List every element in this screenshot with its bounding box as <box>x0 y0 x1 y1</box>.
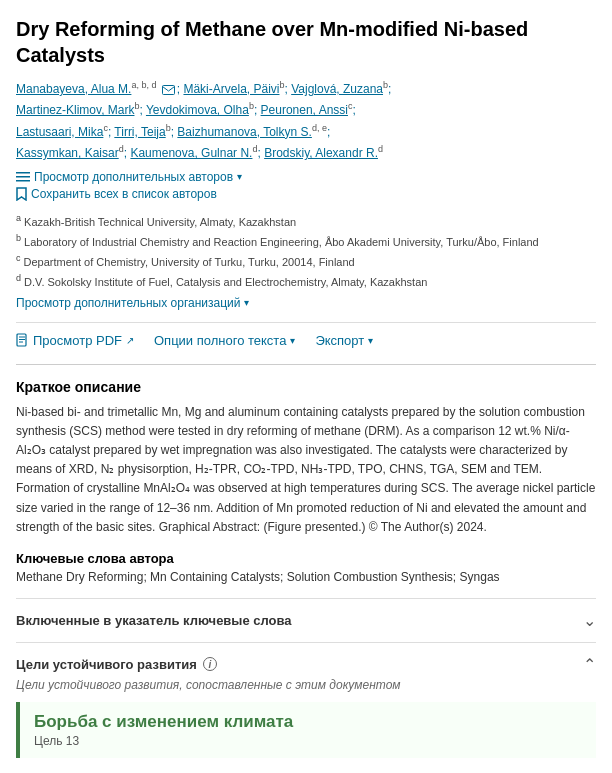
sdg-card-title: Борьба с изменением климата <box>34 712 582 732</box>
svg-rect-3 <box>16 180 30 182</box>
pdf-button[interactable]: Просмотр PDF ↗ <box>16 333 134 348</box>
chevron-down-icon: ▾ <box>244 297 249 308</box>
abstract-title: Краткое описание <box>16 379 596 395</box>
list-icon <box>16 171 30 183</box>
author-lastusaari[interactable]: Lastusaari, Mika <box>16 125 103 139</box>
page-title: Dry Reforming of Methane over Mn-modifie… <box>16 16 596 68</box>
keywords-section: Ключевые слова автора Methane Dry Reform… <box>16 551 596 584</box>
chevron-down-icon: ▾ <box>368 335 373 346</box>
author-manabayeva[interactable]: Manabayeva, Alua M. <box>16 82 131 96</box>
divider-1 <box>16 322 596 323</box>
svg-rect-1 <box>16 172 30 174</box>
chevron-down-icon: ▾ <box>290 335 295 346</box>
abstract-text: Ni-based bi- and trimetallic Mn, Mg and … <box>16 403 596 537</box>
sdg-title-row: Цели устойчивого развития i <box>16 657 217 672</box>
affiliations-list: a Kazakh-British Technical University, A… <box>16 211 596 292</box>
sdg-section: Цели устойчивого развития i ⌃ Цели устой… <box>16 642 596 758</box>
external-link-icon: ↗ <box>126 335 134 346</box>
author-baizhumanova[interactable]: Baizhumanova, Tolkyn S. <box>177 125 312 139</box>
author-vajglova[interactable]: Vajglová, Zuzana <box>291 82 383 96</box>
author-brodskiy[interactable]: Brodskiy, Alexandr R. <box>264 146 378 160</box>
export-button[interactable]: Экспорт ▾ <box>315 333 373 348</box>
authors-list: Manabayeva, Alua M.a, b, d ; Mäki-Arvela… <box>16 78 596 164</box>
sdg-header[interactable]: Цели устойчивого развития i ⌃ <box>16 655 596 674</box>
full-text-button[interactable]: Опции полного текста ▾ <box>154 333 295 348</box>
chevron-down-icon: ⌄ <box>583 611 596 630</box>
action-bar: Просмотр PDF ↗ Опции полного текста ▾ Эк… <box>16 333 596 348</box>
bookmark-icon <box>16 187 27 201</box>
sdg-title: Цели устойчивого развития <box>16 657 197 672</box>
author-maki[interactable]: Mäki-Arvela, Päivi <box>183 82 279 96</box>
svg-rect-2 <box>16 176 30 178</box>
sdg-subtitle: Цели устойчивого развития, сопоставленны… <box>16 678 596 692</box>
author-martinez[interactable]: Martinez-Klimov, Mark <box>16 103 134 117</box>
info-icon[interactable]: i <box>203 657 217 671</box>
svg-rect-0 <box>162 85 174 94</box>
email-icon <box>162 85 175 95</box>
more-authors-button[interactable]: Просмотр дополнительных авторов ▾ <box>16 170 596 184</box>
keywords-text: Methane Dry Reforming; Mn Containing Cat… <box>16 570 596 584</box>
divider-2 <box>16 364 596 365</box>
author-kaumenova[interactable]: Kaumenova, Gulnar N. <box>130 146 252 160</box>
pdf-icon <box>16 333 29 347</box>
indexed-keywords-title: Включенные в указатель ключевые слова <box>16 613 292 628</box>
keywords-title: Ключевые слова автора <box>16 551 596 566</box>
sdg-card: Борьба с изменением климата Цель 13 <box>16 702 596 758</box>
author-kassymkan[interactable]: Kassymkan, Kaisar <box>16 146 119 160</box>
chevron-up-icon: ⌃ <box>583 655 596 674</box>
author-yevdokimova[interactable]: Yevdokimova, Olha <box>146 103 249 117</box>
indexed-keywords-section[interactable]: Включенные в указатель ключевые слова ⌄ <box>16 598 596 642</box>
save-authors-button[interactable]: Сохранить всех в список авторов <box>16 187 596 201</box>
view-orgs-button[interactable]: Просмотр дополнительных организаций ▾ <box>16 296 596 310</box>
author-tirri[interactable]: Tirri, Teija <box>114 125 165 139</box>
chevron-down-icon: ▾ <box>237 171 242 182</box>
author-peuronen[interactable]: Peuronen, Anssi <box>261 103 348 117</box>
sdg-card-sub: Цель 13 <box>34 734 582 748</box>
